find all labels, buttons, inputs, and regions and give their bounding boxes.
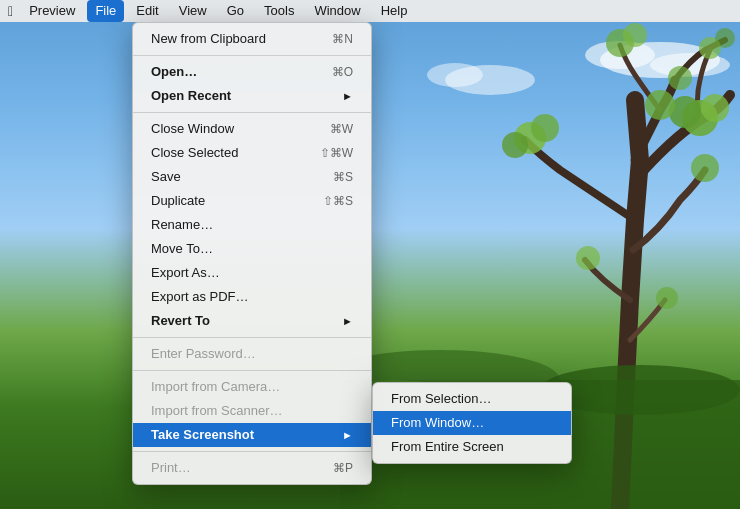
svg-point-11 (502, 132, 528, 158)
submenu-item-from-entire-screen-label: From Entire Screen (391, 438, 504, 456)
menu-item-print: Print… ⌘P (133, 456, 371, 480)
menu-item-new-clipboard[interactable]: New from Clipboard ⌘N (133, 27, 371, 51)
menu-item-close-window[interactable]: Close Window ⌘W (133, 117, 371, 141)
menu-item-close-window-shortcut: ⌘W (330, 120, 353, 138)
take-screenshot-arrow-icon: ► (342, 426, 353, 444)
menu-item-close-selected-label: Close Selected (151, 144, 312, 162)
menu-item-export-pdf-label: Export as PDF… (151, 288, 353, 306)
menubar-item-window[interactable]: Window (306, 0, 368, 22)
svg-point-10 (531, 114, 559, 142)
menu-item-enter-password-label: Enter Password… (151, 345, 353, 363)
menubar-item-preview[interactable]: Preview (21, 0, 83, 22)
menu-item-close-selected-shortcut: ⇧⌘W (320, 144, 353, 162)
menu-item-save[interactable]: Save ⌘S (133, 165, 371, 189)
submenu-item-from-window[interactable]: From Window… (373, 411, 571, 435)
file-dropdown-menu: New from Clipboard ⌘N Open… ⌘O Open Rece… (132, 22, 372, 485)
menu-item-duplicate[interactable]: Duplicate ⇧⌘S (133, 189, 371, 213)
menu-item-move-to-label: Move To… (151, 240, 353, 258)
menu-item-close-selected[interactable]: Close Selected ⇧⌘W (133, 141, 371, 165)
menu-item-move-to[interactable]: Move To… (133, 237, 371, 261)
menu-item-import-camera-label: Import from Camera… (151, 378, 353, 396)
menu-item-save-label: Save (151, 168, 325, 186)
menu-item-take-screenshot[interactable]: Take Screenshot ► (133, 423, 371, 447)
menu-item-save-shortcut: ⌘S (333, 168, 353, 186)
menu-item-import-camera: Import from Camera… (133, 375, 371, 399)
menubar-item-go[interactable]: Go (219, 0, 252, 22)
svg-point-13 (623, 23, 647, 47)
svg-point-17 (691, 154, 719, 182)
menubar-item-tools[interactable]: Tools (256, 0, 302, 22)
svg-point-6 (701, 94, 729, 122)
svg-point-4 (427, 63, 483, 87)
menu-item-export-pdf[interactable]: Export as PDF… (133, 285, 371, 309)
svg-point-14 (668, 66, 692, 90)
svg-point-18 (576, 246, 600, 270)
separator-5 (133, 451, 371, 452)
menu-item-take-screenshot-label: Take Screenshot (151, 426, 338, 444)
submenu-item-from-selection-label: From Selection… (391, 390, 491, 408)
menu-item-revert-to[interactable]: Revert To ► (133, 309, 371, 333)
open-recent-arrow-icon: ► (342, 87, 353, 105)
menu-item-print-shortcut: ⌘P (333, 459, 353, 477)
menu-item-enter-password: Enter Password… (133, 342, 371, 366)
menu-item-export-as[interactable]: Export As… (133, 261, 371, 285)
svg-point-8 (645, 90, 675, 120)
separator-3 (133, 337, 371, 338)
menubar-item-help[interactable]: Help (373, 0, 416, 22)
menu-item-open-label: Open… (151, 63, 324, 81)
menu-item-close-window-label: Close Window (151, 120, 322, 138)
menu-item-print-label: Print… (151, 459, 325, 477)
screenshot-submenu: From Selection… From Window… From Entire… (372, 382, 572, 464)
menubar-item-edit[interactable]: Edit (128, 0, 166, 22)
menu-item-open-recent[interactable]: Open Recent ► (133, 84, 371, 108)
revert-to-arrow-icon: ► (342, 312, 353, 330)
menu-item-revert-to-label: Revert To (151, 312, 338, 330)
menu-item-open-recent-label: Open Recent (151, 87, 338, 105)
separator-2 (133, 112, 371, 113)
menu-item-rename[interactable]: Rename… (133, 213, 371, 237)
apple-menu-icon[interactable]:  (8, 3, 13, 19)
separator-4 (133, 370, 371, 371)
menu-item-duplicate-shortcut: ⇧⌘S (323, 192, 353, 210)
menu-item-duplicate-label: Duplicate (151, 192, 315, 210)
menu-item-new-clipboard-label: New from Clipboard (151, 30, 324, 48)
menu-item-import-scanner-label: Import from Scanner… (151, 402, 353, 420)
submenu-item-from-selection[interactable]: From Selection… (373, 387, 571, 411)
menu-item-rename-label: Rename… (151, 216, 353, 234)
menu-item-export-as-label: Export As… (151, 264, 353, 282)
separator-1 (133, 55, 371, 56)
submenu-item-from-window-label: From Window… (391, 414, 484, 432)
svg-point-16 (715, 28, 735, 48)
menu-item-open-shortcut: ⌘O (332, 63, 353, 81)
menu-item-open[interactable]: Open… ⌘O (133, 60, 371, 84)
menu-item-import-scanner: Import from Scanner… (133, 399, 371, 423)
svg-point-19 (656, 287, 678, 309)
menubar-item-view[interactable]: View (171, 0, 215, 22)
menubar:  Preview File Edit View Go Tools Window… (0, 0, 740, 22)
submenu-item-from-entire-screen[interactable]: From Entire Screen (373, 435, 571, 459)
menubar-item-file[interactable]: File (87, 0, 124, 22)
menu-item-new-clipboard-shortcut: ⌘N (332, 30, 353, 48)
